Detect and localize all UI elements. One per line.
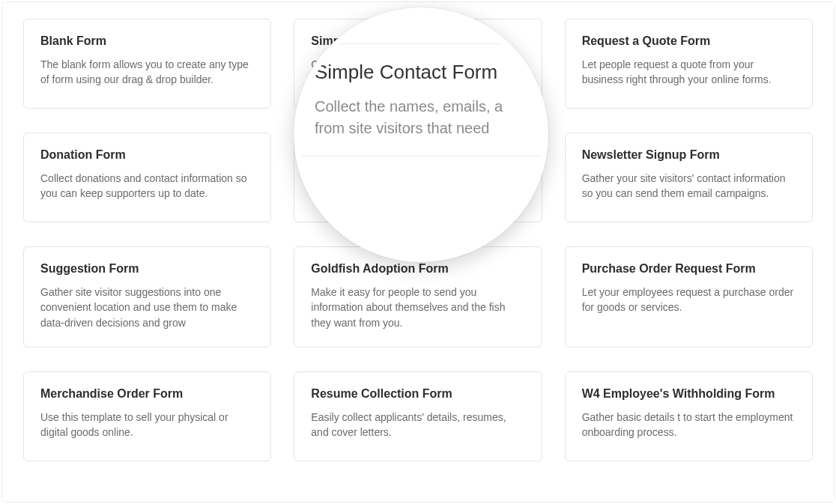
template-desc: Easily collect applicants' details, resu… [311, 410, 524, 440]
template-title: Donation Form [40, 148, 254, 162]
template-title: Billing / Order Form [311, 148, 524, 162]
template-title: Newsletter Signup Form [582, 148, 796, 162]
template-title: Goldfish Adoption Form [311, 262, 524, 276]
template-desc: Let people request a quote from your bus… [582, 57, 796, 88]
template-card-donation-form[interactable]: Donation Form Collect donations and cont… [23, 133, 271, 222]
template-title: Suggestion Form [40, 262, 254, 276]
template-desc: Collect the names, emails, and messages … [311, 57, 524, 88]
template-card-billing-order-form[interactable]: Billing / Order Form Collect payments fo… [294, 133, 542, 222]
template-card-goldfish-adoption-form[interactable]: Goldfish Adoption Form Make it easy for … [294, 246, 542, 347]
template-title: Purchase Order Request Form [582, 262, 796, 276]
template-card-merchandise-order-form[interactable]: Merchandise Order Form Use this template… [23, 371, 271, 461]
template-desc: Let your employees request a purchase or… [582, 285, 796, 315]
template-title: Resume Collection Form [311, 387, 524, 401]
template-card-resume-collection-form[interactable]: Resume Collection Form Easily collect ap… [294, 371, 542, 461]
template-picker-panel: Blank Form The blank form allows you to … [1, 1, 835, 503]
template-desc: Collect donations and contact informatio… [40, 171, 254, 201]
template-card-suggestion-form[interactable]: Suggestion Form Gather site visitor sugg… [23, 246, 271, 347]
template-grid: Blank Form The blank form allows you to … [23, 19, 813, 461]
template-title: Request a Quote Form [582, 34, 796, 48]
template-desc: Make it easy for people to send you info… [311, 285, 524, 330]
template-title: Blank Form [40, 34, 254, 48]
template-title: Merchandise Order Form [40, 387, 254, 401]
template-desc: Gather site visitor suggestions into one… [40, 285, 254, 330]
template-title: Simple Contact Form [311, 34, 524, 48]
template-card-simple-contact-form[interactable]: Simple Contact Form Collect the names, e… [294, 19, 542, 109]
template-card-purchase-order-request-form[interactable]: Purchase Order Request Form Let your emp… [565, 246, 813, 347]
template-desc: Gather basic details t to start the empl… [582, 410, 796, 440]
template-desc: Collect payments for online orders. [311, 171, 524, 186]
template-card-blank-form[interactable]: Blank Form The blank form allows you to … [23, 19, 271, 109]
template-desc: Use this template to sell your physical … [40, 410, 254, 440]
template-card-w4-withholding-form[interactable]: W4 Employee's Withholding Form Gather ba… [565, 371, 813, 461]
template-card-request-quote-form[interactable]: Request a Quote Form Let people request … [565, 19, 813, 109]
template-title: W4 Employee's Withholding Form [582, 387, 796, 401]
template-desc: Gather your site visitors' contact infor… [582, 171, 796, 201]
template-desc: The blank form allows you to create any … [40, 57, 254, 88]
template-card-newsletter-signup-form[interactable]: Newsletter Signup Form Gather your site … [565, 133, 813, 222]
